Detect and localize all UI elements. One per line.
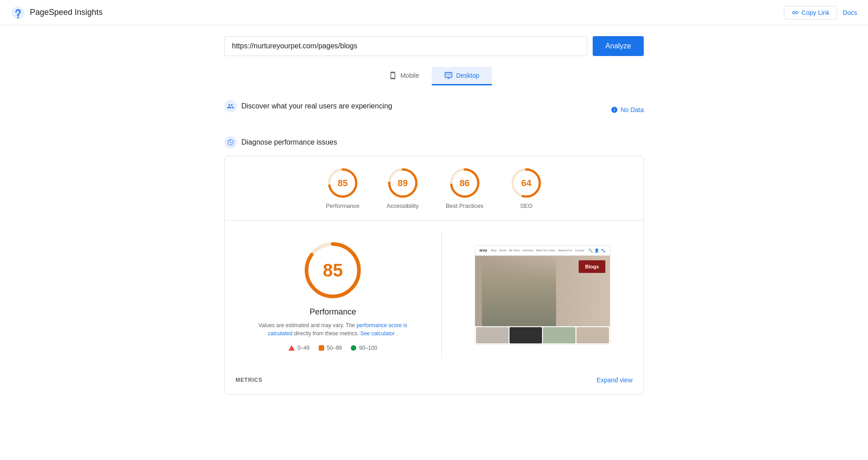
mock-nav: NYD Blog Home My Story Interview Meet Yo…	[475, 246, 610, 256]
mock-nav-item: Meet Your Story	[536, 249, 556, 252]
mock-nav-item: Home	[499, 249, 506, 252]
score-performance[interactable]: 85 Performance	[326, 167, 359, 209]
logo-area: PageSpeed Insights	[11, 5, 103, 20]
real-users-header: Discover what your real users are experi…	[224, 100, 392, 113]
mock-nav-icons: 🔍 👤 🐾	[588, 249, 605, 253]
mock-nav-logo: NYD	[480, 249, 487, 253]
docs-link[interactable]: Docs	[843, 9, 857, 16]
mock-blogs-badge: Blogs	[579, 260, 605, 273]
mode-tabs: Mobile Desktop	[224, 67, 644, 85]
scores-row: 85 Performance 89 Accessibility	[236, 167, 632, 209]
analyze-button[interactable]: Analyze	[593, 36, 644, 56]
screenshot-mockup: NYD Blog Home My Story Interview Meet Yo…	[475, 246, 610, 344]
mock-thumbnails	[475, 326, 610, 344]
legend-orange-range: 50–89	[327, 345, 342, 351]
main-content: Analyze Mobile Desktop Discover what yo	[217, 25, 651, 406]
gauge-icon	[227, 139, 234, 146]
header: PageSpeed Insights Copy Link Docs	[0, 0, 868, 25]
main-score-right: NYD Blog Home My Story Interview Meet Yo…	[453, 231, 633, 358]
header-actions: Copy Link Docs	[784, 6, 857, 19]
mobile-icon	[389, 71, 397, 80]
real-users-title: Discover what your real users are experi…	[241, 102, 392, 110]
mock-hero: Blogs	[475, 256, 610, 326]
mock-nav-item: Ranked For	[558, 249, 572, 252]
score-label-seo: SEO	[520, 202, 532, 209]
score-value-best-practices: 86	[459, 178, 469, 188]
legend-red-icon	[288, 345, 295, 351]
mock-nav-item: Blog	[491, 249, 496, 252]
no-data-label: No Data	[621, 106, 644, 113]
perf-description: Values are estimated and may vary. The p…	[256, 321, 410, 338]
url-input[interactable]	[224, 36, 587, 56]
desc-end: .	[396, 330, 397, 337]
mock-nav-item: Contact	[575, 249, 585, 252]
tab-mobile[interactable]: Mobile	[376, 67, 432, 85]
legend-orange: 50–89	[319, 345, 342, 351]
score-circle-accessibility: 89	[387, 167, 419, 199]
logo-text: PageSpeed Insights	[30, 8, 103, 17]
score-circle-performance: 85	[327, 167, 359, 199]
psi-logo-icon	[11, 5, 25, 20]
tab-desktop[interactable]: Desktop	[432, 67, 492, 85]
legend-red: 0–49	[288, 345, 310, 351]
main-score-left: 85 Performance Values are estimated and …	[236, 231, 430, 358]
score-accessibility[interactable]: 89 Accessibility	[387, 167, 419, 209]
legend-red-range: 0–49	[297, 345, 310, 351]
link-icon	[792, 9, 799, 16]
score-label-best-practices: Best Practices	[446, 202, 483, 209]
legend-green-icon	[351, 345, 356, 351]
search-area: Analyze	[224, 36, 644, 56]
mock-thumb-4	[576, 327, 609, 343]
score-circle-seo: 64	[510, 167, 542, 199]
legend-orange-icon	[319, 345, 324, 351]
desc-text: Values are estimated and may vary. The	[259, 322, 355, 329]
svg-point-1	[17, 17, 19, 19]
mock-people	[482, 256, 556, 326]
legend-green-range: 90–100	[359, 345, 377, 351]
no-data-area: No Data	[611, 106, 644, 113]
main-score-area: 85 Performance Values are estimated and …	[236, 231, 632, 358]
tab-desktop-label: Desktop	[456, 72, 479, 79]
score-label-performance: Performance	[326, 202, 359, 209]
tab-mobile-label: Mobile	[401, 72, 419, 79]
metrics-label: METRICS	[236, 377, 263, 383]
score-legend: 0–49 50–89 90–100	[288, 345, 377, 351]
performance-card: 85 Performance 89 Accessibility	[224, 156, 644, 395]
info-icon	[611, 106, 618, 113]
diagnose-header: Diagnose performance issues	[224, 136, 644, 149]
calculator-link[interactable]: See calculator	[360, 330, 395, 337]
score-best-practices[interactable]: 86 Best Practices	[446, 167, 483, 209]
score-value-accessibility: 89	[398, 178, 408, 188]
mock-nav-item: Interview	[523, 249, 533, 252]
score-value-seo: 64	[521, 178, 531, 188]
real-users-section: Discover what your real users are experi…	[224, 98, 644, 122]
mock-thumb-2	[509, 327, 542, 343]
main-perf-title: Performance	[310, 307, 356, 317]
score-label-accessibility: Accessibility	[387, 202, 419, 209]
screenshot-preview: NYD Blog Home My Story Interview Meet Yo…	[475, 245, 610, 345]
big-score-value: 85	[323, 260, 343, 281]
desc-mid: directly from these metrics.	[294, 330, 360, 337]
expand-view-button[interactable]: Expand view	[597, 376, 632, 384]
card-divider	[225, 220, 643, 221]
metrics-bar: METRICS Expand view	[236, 369, 632, 384]
score-value-performance: 85	[338, 178, 348, 188]
diagnose-title: Diagnose performance issues	[241, 138, 337, 146]
score-circle-best-practices: 86	[449, 167, 481, 199]
copy-link-button[interactable]: Copy Link	[784, 6, 837, 19]
mock-nav-item: My Story	[509, 249, 520, 252]
users-icon	[227, 103, 234, 110]
mock-thumb-3	[543, 327, 576, 343]
copy-link-label: Copy Link	[802, 9, 830, 16]
real-users-icon	[224, 100, 237, 113]
mock-nav-links: Blog Home My Story Interview Meet Your S…	[491, 249, 584, 252]
score-seo[interactable]: 64 SEO	[510, 167, 542, 209]
big-score-circle: 85	[301, 239, 364, 302]
vertical-divider	[441, 231, 442, 358]
diagnose-icon	[224, 136, 237, 149]
legend-green: 90–100	[351, 345, 377, 351]
desktop-icon	[444, 71, 453, 80]
mock-thumb-1	[476, 327, 509, 343]
